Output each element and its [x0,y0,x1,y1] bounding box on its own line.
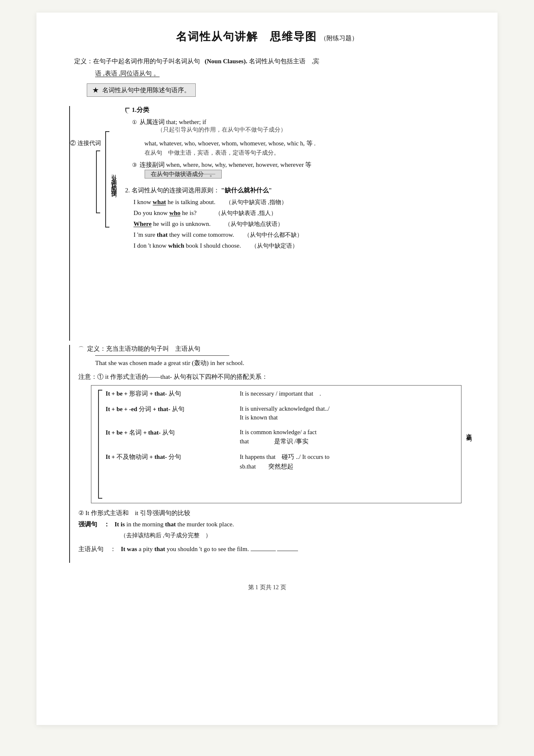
guide-label-row: 引导名词性从句的连接词 [105,106,118,228]
page-footer: 第 1 页共 12 页 [62,584,472,591]
item1-label: 从属连词 that; whether; if [140,118,207,126]
emphasis-block: 强调句 ： It is in the morning that the murd… [78,520,461,528]
classify-block: ② 连接代词 引导名词性从句的连接词 [70,106,316,253]
notice2-title: ② It 作形式主语和 it 引导强调句的比较 [78,509,461,517]
classify-title-row: 1.分类 ① 从属连词 that; whether; if （只起引导从句的作用… [125,106,316,181]
rule-title: 2. 名词性从句的连接词选用原则： "缺什么就补什么" [125,186,316,194]
connect-pronoun-label: ② 连接代词 [70,140,101,147]
pattern-brace [98,390,102,499]
item1-note: （只起引导从句的作用，在从句中不做句子成分） [157,126,316,134]
star-line: ★ 名词性从句中使用陈述句语序。 [87,83,196,97]
classify-title: 1.分类 [132,106,316,114]
circle-3: ③ [132,162,137,168]
classify-item3: ③ 连接副词 when, where, how, why, whenever, … [132,161,316,178]
note-box-text: 在从句中做状语成分 。 [145,170,222,179]
pattern-3: It + be + 名词 + that- 从句 It is common kno… [106,429,454,445]
pattern-2: It + be + -ed 分词 + that- 从句 It is univer… [106,405,454,421]
classify-item1: ① 从属连词 that; whether; if （只起引导从句的作用，在从句中… [132,118,316,134]
right-content: ② 连接代词 引导名词性从句的连接词 [70,106,316,253]
item2-words: what, whatever, who, whoever, whom, whom… [145,140,316,148]
circle-1: ① [132,119,137,126]
classify-item2: what, whatever, who, whoever, whom, whom… [145,140,316,157]
subject-def-label: 定义：充当主语功能的句子叫 主语从句 [87,345,200,353]
it-is-known-that: It is known that [240,414,329,421]
item3-label: 连接副词 when, where, how, why, whenever, ho… [140,161,312,169]
emphasis-note: （去掉该结构后 ,句子成分完整 ） [120,532,461,539]
patterns-list: It + be + 形容词 + that- 从句 It is necessary… [106,390,454,499]
pattern-4: It + 不及物动词 + that- 分句 It happens that 碰巧… [106,453,454,471]
classify-content: 1.分类 ① 从属连词 that; whether; if （只起引导从句的作用… [125,106,316,253]
subject-def: ⌒ 定义：充当主语功能的句子叫 主语从句 [78,345,461,353]
page: 名词性从句讲解 思维导图 （附练习题） 定义：在句子中起名词作用的句子叫名词从句… [36,13,498,725]
rule-examples: I know what he is talking about. （从句中缺宾语… [134,199,316,250]
pattern-box: It + be + 形容词 + that- 从句 It is necessary… [91,385,461,503]
brace-left [96,150,100,213]
example-4: I 'm sure that they will come tomorrow. … [134,231,316,239]
subject-content: ⌒ 定义：充当主语功能的句子叫 主语从句 That she was chosen… [78,345,461,557]
example-3: Where he will go is unknown. （从句中缺地点状语） [134,220,316,228]
item2-note: 在从句 中做主语，宾语，表语，定语等句子成分。 [145,149,316,157]
page-title: 名词性从句讲解 思维导图 （附练习题） [62,29,472,44]
subject-clause-section: ⌒ 定义：充当主语功能的句子叫 主语从句 That she was chosen… [62,345,472,563]
subject-left-bar [69,345,70,563]
guide-label-col: 引导名词性从句的连接词 [105,106,118,228]
classify-brace-left [125,108,130,114]
example-1: I know what he is talking about. （从句中缺宾语… [134,199,316,206]
definition-line2: 语 ,表语 ,同位语从句 。 [95,68,160,79]
subject-label: 主语从句 ： [78,546,116,552]
outer-brace [105,131,109,228]
subject-example: That she was chosen made a great stir (轰… [95,359,461,367]
definition-block: 定义：在句子中起名词作用的句子叫名词从句 (Noun Clauses). 名词性… [74,56,472,67]
main-tree: ② 连接代词 引导名词性从句的连接词 [62,106,472,341]
left-labels: ② 连接代词 [70,140,101,213]
def-brace-left: ⌒ [78,345,84,353]
example-5: I don 't know which book I should choose… [134,242,316,250]
subject-clause-example: 主语从句 ： It was a pity that you shouldn 't… [78,545,461,553]
notice1-title: 注意：① it 作形式主语的——that- 从句有以下四种不同的搭配关系： [78,373,461,381]
pattern-1: It + be + 形容词 + that- 从句 It is necessary… [106,390,454,398]
example-2: Do you know who he is? （从句中缺表语 ,指人） [134,210,316,217]
guide-noun-label: 引导名词性从句的连接词 [110,131,118,228]
subject-clause-label: 主语从句 [465,429,472,432]
emphasis-label: 强调句 ： [78,521,110,528]
star-icon: ★ [92,85,99,95]
rule-section: 2. 名词性从句的连接词选用原则： "缺什么就补什么" I know what … [125,186,316,253]
item3-note-box: 在从句中做状语成分 。 [145,171,316,178]
star-note-block: ★ 名词性从句中使用陈述句语序。 [87,83,472,97]
def-underline [95,355,229,356]
